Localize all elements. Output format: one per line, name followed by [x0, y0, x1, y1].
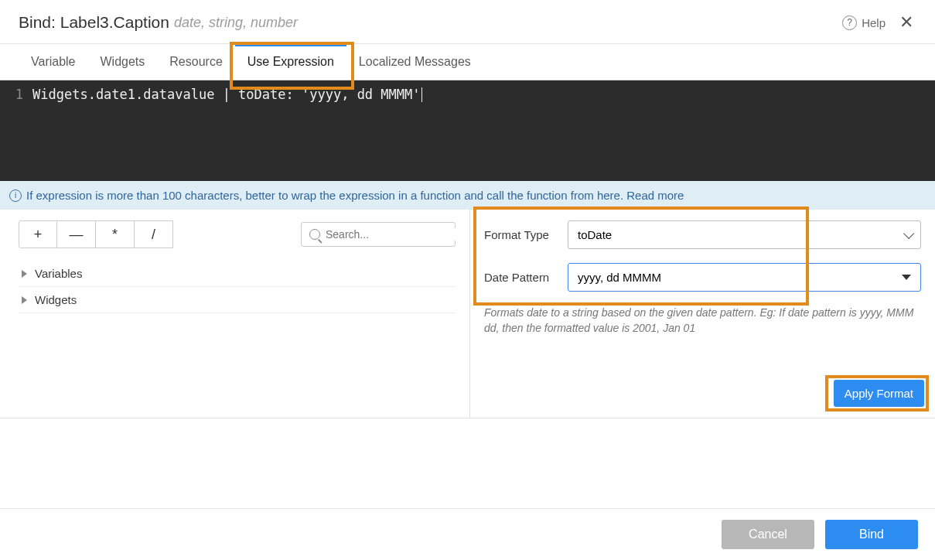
read-more-link[interactable]: Read more — [626, 189, 684, 202]
tree-item-variables[interactable]: Variables — [19, 261, 456, 287]
tree-item-widgets[interactable]: Widgets — [19, 287, 456, 313]
select-value: toDate — [578, 228, 612, 241]
tab-variable[interactable]: Variable — [19, 44, 88, 80]
tab-localized-messages[interactable]: Localized Messages — [346, 44, 483, 80]
tab-bar: Variable Widgets Resource Use Expression… — [0, 44, 935, 80]
date-pattern-label: Date Pattern — [484, 271, 568, 284]
tree-label: Variables — [35, 267, 82, 280]
editor-cursor — [421, 87, 422, 102]
tab-use-expression[interactable]: Use Expression — [235, 44, 346, 80]
apply-format-button[interactable]: Apply Format — [834, 380, 924, 407]
help-icon: ? — [842, 15, 857, 30]
operator-toolbar: + — * / — [19, 220, 456, 248]
dialog-footer: Cancel Bind — [0, 508, 935, 560]
chevron-down-icon — [903, 227, 914, 238]
dialog-title: Bind: Label3.Caption — [19, 13, 169, 32]
info-banner: i If expression is more than 100 charact… — [0, 181, 935, 210]
cancel-button[interactable]: Cancel — [722, 520, 814, 549]
date-pattern-select[interactable]: yyyy, dd MMMM — [568, 263, 921, 292]
expression-editor[interactable]: 1 Widgets.date1.datavalue | toDate: 'yyy… — [0, 80, 935, 181]
tab-widgets[interactable]: Widgets — [88, 44, 158, 80]
format-type-label: Format Type — [484, 228, 568, 241]
operator-divide-button[interactable]: / — [135, 220, 173, 248]
left-panel: + — * / Variables Widgets — [0, 210, 470, 418]
chevron-right-icon — [22, 270, 27, 278]
info-text: If expression is more than 100 character… — [26, 189, 626, 202]
line-number: 1 — [0, 87, 32, 175]
format-type-select[interactable]: toDate — [568, 220, 921, 249]
code-text: Widgets.date1.datavalue | toDate: 'yyyy,… — [32, 87, 421, 102]
operator-minus-button[interactable]: — — [57, 220, 96, 248]
info-icon: i — [9, 190, 22, 202]
help-label: Help — [862, 16, 886, 29]
search-field[interactable] — [301, 222, 456, 247]
operator-plus-button[interactable]: + — [19, 220, 57, 248]
search-icon — [309, 229, 320, 240]
chevron-down-icon — [902, 275, 911, 280]
main-body: + — * / Variables Widgets Format Type to… — [0, 210, 935, 418]
bind-button[interactable]: Bind — [825, 520, 918, 549]
right-panel: Format Type toDate Date Pattern yyyy, dd… — [470, 210, 935, 418]
help-link[interactable]: ? Help — [842, 15, 886, 30]
close-icon[interactable]: ✕ — [896, 12, 916, 32]
dialog-subtitle: date, string, number — [174, 15, 298, 31]
chevron-right-icon — [22, 296, 27, 304]
format-help-text: Formats date to a string based on the gi… — [484, 306, 921, 336]
tab-resource[interactable]: Resource — [157, 44, 234, 80]
select-value: yyyy, dd MMMM — [578, 271, 661, 284]
dialog-header: Bind: Label3.Caption date, string, numbe… — [0, 0, 935, 44]
operator-multiply-button[interactable]: * — [96, 220, 135, 248]
search-input[interactable] — [326, 228, 461, 241]
tree-label: Widgets — [35, 293, 77, 306]
